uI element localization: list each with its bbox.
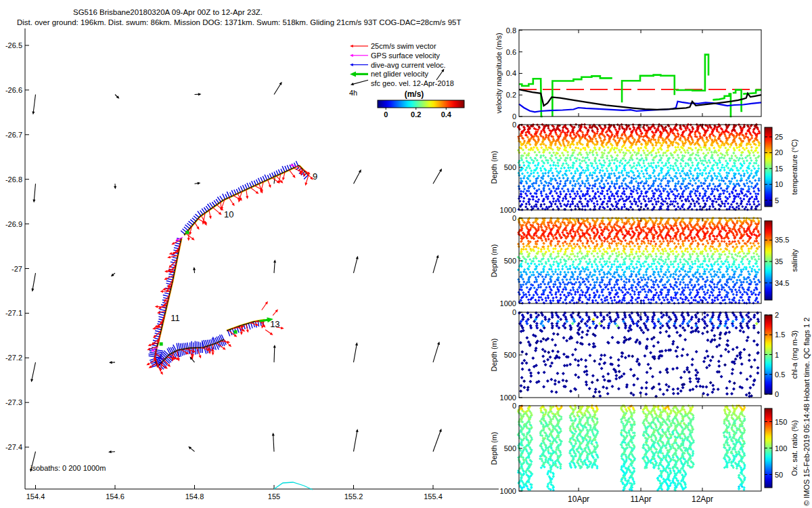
lon-tick-label: 154.6 (106, 492, 125, 501)
legend-sfc-geo-arrow (351, 80, 368, 85)
lat-tick-label: -26.9 (5, 220, 22, 228)
series-net-glider-velocity (622, 75, 675, 103)
glider-track (146, 161, 313, 375)
geo-velocity-arrow (433, 255, 438, 273)
y-tick-label: 0.2 (506, 91, 516, 99)
y-tick-label: 0 (512, 121, 516, 129)
legend-entry-label: dive-avg current veloc. (371, 61, 446, 69)
swim-vector-arrow (262, 301, 268, 310)
legend-entry: sfc geo. vel. 12-Apr-2018 (351, 79, 454, 87)
geo-velocity-arrow (195, 182, 201, 185)
legend-colorbar-tick-label: 0.2 (411, 110, 421, 119)
lat-tick-label: -27.2 (5, 354, 22, 362)
y-tick-label: 0 (512, 214, 516, 222)
legend-entry-label: net glider velocity (371, 70, 428, 78)
geo-velocity-arrow (272, 433, 275, 452)
colorbar-tick-label: 1.5 (775, 331, 785, 339)
y-axis-title: Depth (m) (490, 151, 498, 184)
geo-velocity-arrow (274, 82, 282, 95)
waypoint-label-9: 9 (313, 171, 317, 182)
colorbar-tick-label: 150 (775, 418, 787, 426)
y-tick-label: 0.8 (506, 26, 516, 35)
swim-vector-arrow (273, 310, 278, 316)
geo-velocity-arrow (433, 169, 442, 184)
geo-velocity-arrow (195, 93, 202, 96)
colorbar-tick-label: 0 (775, 390, 779, 398)
dive-current-ticks (181, 161, 298, 234)
colorbar-tick-label: 35 (775, 257, 783, 266)
lat-tick-label: -26.7 (5, 131, 22, 139)
geo-velocity-arrow (273, 259, 276, 273)
colorbar-tick-label: 35.5 (775, 236, 789, 244)
geo-velocity-arrow (111, 273, 115, 276)
geo-velocity-arrow (115, 94, 119, 98)
lat-tick-label: -26.8 (5, 175, 22, 184)
isobath-contour (274, 482, 313, 490)
colorbar-tick-label: 2 (775, 311, 779, 319)
legend-colorbar-tick-label: 0 (384, 110, 388, 119)
y-tick-label: 1000 (500, 394, 516, 402)
date-tick-label: 11Apr (631, 494, 652, 504)
scatter-points (517, 217, 761, 305)
lat-tick-label: -27.3 (5, 398, 22, 406)
map-subtitle: Dist. over ground: 196km. Dist. swum: 86… (17, 18, 461, 26)
colorbar-tick-label: 15 (775, 165, 783, 173)
y-axis-title: Depth (m) (490, 245, 498, 278)
map-legend: 25cm/s swim vectorGPS surface velocitydi… (350, 42, 464, 119)
colorbar-tick-label: 0.5 (775, 371, 785, 379)
geo-velocity-arrow (354, 169, 361, 184)
net-velocity-mark (234, 331, 238, 334)
geo-velocity-arrow (31, 273, 35, 292)
y-tick-label: 0.6 (506, 48, 516, 56)
isobaths-label: isobaths: 0 200 1000m (30, 464, 106, 472)
panel-oxygen-section: 05001000Depth (m)10Apr11Apr12Apr50100150… (490, 402, 798, 504)
y-axis-title: Depth (m) (490, 339, 498, 372)
legend-entry: GPS surface velocity (350, 51, 441, 60)
waypoint-label-11: 11 (171, 313, 180, 323)
colorbar-tick-label: 50 (775, 471, 783, 479)
geo-velocity-arrow (433, 429, 442, 452)
y-tick-label: 0 (512, 402, 516, 410)
legend-entry: net glider velocity (350, 70, 428, 78)
velocity-series (519, 55, 761, 117)
swim-vector-arrow (246, 324, 248, 333)
lat-tick-label: -26.6 (5, 86, 22, 94)
legend-colorbar-title: (m/s) (405, 89, 424, 99)
colorbar (765, 221, 772, 300)
lon-tick-label: 155.2 (344, 492, 363, 501)
figure-canvas: -26.5-26.6-26.7-26.8-26.9-27-27.1-27.2-2… (0, 0, 812, 508)
panel-box (519, 30, 761, 117)
swim-vector-arrow (250, 188, 258, 194)
date-tick-label: 10Apr (568, 494, 589, 504)
swim-vector-arrow (289, 170, 295, 178)
lat-tick-label: -27.4 (5, 443, 22, 451)
waypoint-label-10: 10 (224, 209, 233, 219)
geo-velocity-arrow (32, 94, 35, 114)
colorbar-oxygen-section: 50100150Ox. sat. ratio (%) (765, 408, 798, 488)
map-axes: -26.5-26.6-26.7-26.8-26.9-27-27.1-27.2-2… (5, 28, 499, 501)
geo-velocity-arrow (354, 256, 359, 273)
geo-velocity-arrow (193, 267, 196, 273)
legend-arrow (350, 63, 368, 66)
lon-tick-label: 154.8 (185, 492, 204, 501)
y-axis-title: velocity magnitude (m/s) (495, 33, 503, 113)
map-title: SG516 Brisbane20180320A 09-Apr 00Z to 12… (73, 8, 263, 16)
y-tick-label: 0.4 (506, 69, 516, 77)
geo-velocity-arrow (32, 184, 35, 203)
legend-arrow (350, 45, 368, 47)
imos-credit-text: © IMOS 15-Feb-2019 05:14:48 Hobart time.… (803, 318, 811, 506)
legend-colorbar (378, 100, 464, 108)
scatter-points (518, 312, 760, 398)
panel-y-axis: 00.20.40.60.8 (506, 26, 522, 121)
geo-velocity-arrows (30, 82, 442, 472)
scatter-points (517, 404, 746, 492)
series-cog-dac (519, 89, 761, 110)
lon-tick-label: 155.4 (424, 492, 443, 501)
series-net-glider-velocity (676, 55, 708, 91)
series-dive-avg-current (519, 102, 761, 112)
geo-velocity-arrow (273, 345, 276, 362)
timeseries-panels: 00.20.40.60.8velocity magnitude (m/s)050… (490, 26, 798, 504)
geo-velocity-arrow (30, 362, 35, 382)
colorbar-tick-label: 34.5 (775, 279, 789, 287)
lon-tick-label: 155 (268, 492, 280, 501)
